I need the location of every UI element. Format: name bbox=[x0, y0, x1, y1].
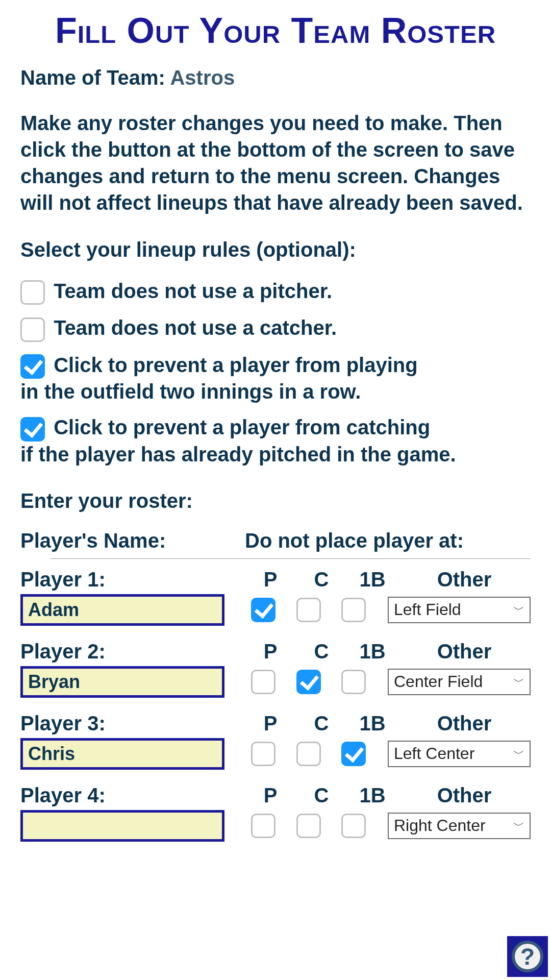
pos-header-1b: 1B bbox=[347, 784, 398, 807]
checkbox-c[interactable] bbox=[296, 598, 321, 622]
checkbox-b1[interactable] bbox=[341, 814, 366, 838]
rule-label-line2: in the outfield two innings in a row. bbox=[20, 380, 361, 403]
player-name-input[interactable] bbox=[20, 810, 224, 842]
team-line: Name of Team: Astros bbox=[20, 66, 531, 89]
pos-header-p: P bbox=[245, 784, 296, 807]
pos-header-c: C bbox=[296, 568, 347, 591]
player-row: Player 4:PC1BOtherRight Center﹀ bbox=[20, 784, 531, 842]
checkbox-c[interactable] bbox=[296, 814, 321, 838]
checkbox-b1[interactable] bbox=[341, 742, 366, 766]
other-position-select[interactable]: Left Center﹀ bbox=[388, 741, 531, 767]
help-icon: ? bbox=[512, 941, 543, 972]
team-name: Astros bbox=[170, 66, 235, 89]
checkbox-b1[interactable] bbox=[341, 670, 366, 694]
column-restrict: Do not place player at: bbox=[245, 529, 531, 552]
checkbox-no-catcher[interactable] bbox=[20, 317, 45, 342]
player-row: Player 3:PC1BOtherLeft Center﹀ bbox=[20, 712, 531, 770]
player-label: Player 4: bbox=[20, 784, 245, 807]
pos-header-1b: 1B bbox=[347, 568, 398, 591]
roster-header: Enter your roster: bbox=[20, 487, 531, 514]
other-position-select[interactable]: Center Field﹀ bbox=[388, 669, 531, 695]
page-title: Fill Out Your Team Roster bbox=[20, 10, 531, 51]
player-row: Player 1:PC1BOtherLeft Field﹀ bbox=[20, 568, 531, 626]
pos-header-1b: 1B bbox=[347, 712, 398, 735]
pos-header-p: P bbox=[245, 712, 296, 735]
rule-prevent-catch-after-pitch: Click to prevent a player from catching … bbox=[20, 414, 531, 467]
rule-label: Team does not use a pitcher. bbox=[54, 280, 332, 302]
rule-label-line1: Click to prevent a player from catching bbox=[54, 416, 430, 438]
checkbox-p[interactable] bbox=[251, 742, 276, 766]
pos-header-p: P bbox=[245, 640, 296, 663]
other-position-select[interactable]: Left Field﹀ bbox=[388, 597, 531, 623]
checkbox-p[interactable] bbox=[251, 670, 276, 694]
team-label: Name of Team: bbox=[20, 66, 165, 89]
player-label: Player 3: bbox=[20, 712, 245, 735]
pos-header-c: C bbox=[296, 784, 347, 807]
pos-header-other: Other bbox=[398, 712, 531, 735]
rule-no-pitcher: Team does not use a pitcher. bbox=[20, 278, 531, 305]
player-name-input[interactable] bbox=[20, 738, 224, 770]
rule-no-catcher: Team does not use a catcher. bbox=[20, 315, 531, 341]
pos-header-other: Other bbox=[398, 640, 531, 663]
pos-header-other: Other bbox=[398, 784, 531, 807]
pos-header-c: C bbox=[296, 640, 347, 663]
checkbox-p[interactable] bbox=[251, 814, 276, 838]
pos-header-1b: 1B bbox=[347, 640, 398, 663]
select-value: Left Field bbox=[394, 600, 461, 619]
player-name-input[interactable] bbox=[20, 666, 224, 698]
rule-prevent-outfield: Click to prevent a player from playing i… bbox=[20, 352, 531, 404]
checkbox-no-pitcher[interactable] bbox=[20, 280, 45, 305]
pos-header-p: P bbox=[245, 568, 296, 591]
rule-label-line1: Click to prevent a player from playing bbox=[54, 354, 418, 376]
select-value: Center Field bbox=[394, 672, 483, 691]
checkbox-b1[interactable] bbox=[341, 598, 366, 622]
rules-header: Select your lineup rules (optional): bbox=[20, 236, 531, 263]
rule-label: Team does not use a catcher. bbox=[54, 316, 337, 339]
player-row: Player 2:PC1BOtherCenter Field﹀ bbox=[20, 640, 531, 698]
column-player-name: Player's Name: bbox=[20, 529, 245, 552]
chevron-down-icon: ﹀ bbox=[513, 818, 524, 834]
player-label: Player 1: bbox=[20, 568, 245, 591]
pos-header-other: Other bbox=[398, 568, 531, 591]
player-name-input[interactable] bbox=[20, 594, 224, 626]
select-value: Left Center bbox=[394, 744, 474, 763]
rule-label-line2: if the player has already pitched in the… bbox=[20, 443, 456, 465]
other-position-select[interactable]: Right Center﹀ bbox=[388, 813, 531, 839]
chevron-down-icon: ﹀ bbox=[513, 674, 524, 690]
checkbox-prevent-catch[interactable] bbox=[20, 417, 45, 442]
chevron-down-icon: ﹀ bbox=[513, 602, 524, 618]
checkbox-c[interactable] bbox=[296, 670, 321, 694]
checkbox-prevent-outfield[interactable] bbox=[20, 354, 45, 379]
help-button[interactable]: ? bbox=[507, 936, 548, 977]
instructions-text: Make any roster changes you need to make… bbox=[20, 110, 531, 216]
select-value: Right Center bbox=[394, 816, 486, 835]
checkbox-c[interactable] bbox=[296, 742, 321, 766]
divider bbox=[51, 558, 531, 559]
chevron-down-icon: ﹀ bbox=[513, 746, 524, 762]
checkbox-p[interactable] bbox=[251, 598, 276, 622]
player-label: Player 2: bbox=[20, 640, 245, 663]
pos-header-c: C bbox=[296, 712, 347, 735]
